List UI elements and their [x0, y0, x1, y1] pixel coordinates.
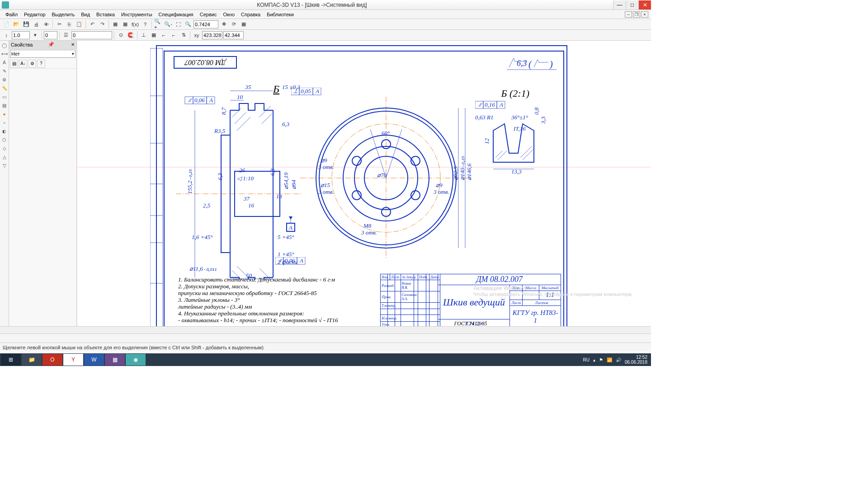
- dropdown-icon[interactable]: ▾: [31, 31, 40, 40]
- mdi-minimize[interactable]: –: [625, 11, 632, 18]
- layer-input[interactable]: [71, 31, 112, 39]
- pin-icon[interactable]: 📌: [48, 42, 54, 47]
- tray-up-icon[interactable]: ▴: [593, 357, 595, 362]
- menu-service[interactable]: Сервис: [197, 11, 220, 18]
- tool2-icon[interactable]: ▦: [121, 20, 130, 29]
- open-icon[interactable]: 📂: [12, 20, 21, 29]
- drawing-canvas[interactable]: ДМ 08.02.007 6,3 ( ) Б Б (2:1): [77, 41, 651, 326]
- fx-icon[interactable]: f(x): [131, 20, 140, 29]
- snap3-icon[interactable]: ⌐: [169, 31, 178, 40]
- coord-y-input[interactable]: [223, 31, 244, 39]
- snap4-icon[interactable]: ⇅: [179, 31, 188, 40]
- step-input[interactable]: [12, 31, 30, 39]
- refresh-icon[interactable]: ⟳: [229, 20, 238, 29]
- prop-btn4[interactable]: ?: [37, 60, 45, 68]
- menu-libs[interactable]: Библиотеки: [264, 11, 297, 18]
- menu-tools[interactable]: Инструменты: [118, 11, 155, 18]
- measure-icon[interactable]: 📏: [0, 84, 9, 93]
- svg-text:⌀15: ⌀15: [321, 182, 330, 188]
- prop-btn2[interactable]: A↓: [19, 60, 27, 68]
- tray-flag-icon[interactable]: ⚑: [599, 357, 603, 362]
- minimize-button[interactable]: —: [613, 0, 626, 9]
- help-icon[interactable]: ?: [141, 20, 150, 29]
- menu-help[interactable]: Справка: [238, 11, 263, 18]
- coord-x-input[interactable]: [202, 31, 222, 39]
- toolbar-current-state: ↕ ▾ ☰ ⊙ 🧲 ⊥ ▦ ⌐ ⌐ ⇅ xy: [0, 30, 651, 41]
- paste-icon[interactable]: 📋: [75, 20, 84, 29]
- tray-net-icon[interactable]: 📶: [607, 357, 612, 362]
- step-icon[interactable]: ↕: [2, 31, 11, 40]
- more5-icon[interactable]: ◇: [0, 145, 9, 153]
- more4-icon[interactable]: ⬡: [0, 136, 9, 144]
- style-input[interactable]: [44, 31, 57, 39]
- snap-icon[interactable]: ⊙: [116, 31, 125, 40]
- zoom-input[interactable]: [193, 20, 218, 28]
- yandex-icon[interactable]: Y: [63, 354, 83, 366]
- tray-lang[interactable]: RU: [583, 357, 589, 362]
- copy-icon[interactable]: ⎘: [65, 20, 74, 29]
- menu-file[interactable]: Файл: [3, 11, 20, 18]
- zoom-out-icon[interactable]: 🔍-: [164, 20, 173, 29]
- zoom-in-icon[interactable]: 🔍+: [154, 20, 163, 29]
- properties-close-icon[interactable]: ✕: [71, 42, 75, 47]
- drawing-number-rotated: ДМ 08.02.007: [184, 58, 226, 66]
- more7-icon[interactable]: ▽: [0, 162, 9, 170]
- menu-insert[interactable]: Вставка: [94, 11, 118, 18]
- new-icon[interactable]: 📄: [2, 20, 11, 29]
- preview-icon[interactable]: 👁: [42, 20, 51, 29]
- svg-text:⌀9: ⌀9: [321, 157, 327, 164]
- window-title: КОМПАС-3D V13 - [Шкив ->Системный вид]: [11, 2, 613, 8]
- grid-icon[interactable]: ▦: [239, 20, 248, 29]
- more1-icon[interactable]: ●: [0, 110, 9, 118]
- save-icon[interactable]: 💾: [22, 20, 31, 29]
- horizontal-scrollbar[interactable]: [0, 326, 651, 333]
- coord-icon[interactable]: xy: [192, 31, 201, 40]
- prop-btn1[interactable]: ▤: [10, 60, 18, 68]
- mdi-close[interactable]: ×: [641, 11, 648, 18]
- tool-icon[interactable]: ▦: [111, 20, 120, 29]
- zoom-fit-icon[interactable]: ⛶: [174, 20, 183, 29]
- tray-clock[interactable]: 12:52 06.06.2018: [625, 355, 647, 365]
- more2-icon[interactable]: ○: [0, 119, 9, 127]
- menu-window[interactable]: Окно: [220, 11, 237, 18]
- tray-vol-icon[interactable]: 🔊: [616, 357, 621, 362]
- kompas-icon[interactable]: ◉: [126, 354, 146, 366]
- spec-icon[interactable]: ▤: [0, 102, 9, 110]
- menu-select[interactable]: Выделить: [49, 11, 77, 18]
- opera-icon[interactable]: O: [42, 354, 62, 366]
- layer-icon[interactable]: ☰: [61, 31, 71, 40]
- select-icon[interactable]: ▭: [0, 93, 9, 101]
- more3-icon[interactable]: ◐: [0, 127, 9, 136]
- winrar-icon[interactable]: ▦: [105, 354, 125, 366]
- edit-icon[interactable]: ✎: [0, 67, 9, 75]
- maximize-button[interactable]: □: [626, 0, 638, 9]
- word-icon[interactable]: W: [84, 354, 104, 366]
- start-button[interactable]: ⊞: [1, 354, 21, 366]
- properties-filter-combo[interactable]: Нет: [10, 50, 75, 58]
- cut-icon[interactable]: ✂: [55, 20, 64, 29]
- svg-text:(: (: [528, 59, 532, 70]
- undo-icon[interactable]: ↶: [88, 20, 97, 29]
- close-button[interactable]: ✕: [638, 0, 651, 9]
- param-icon[interactable]: ⚙: [0, 76, 9, 84]
- explorer-icon[interactable]: 📁: [22, 354, 42, 366]
- svg-text:0,16: 0,16: [485, 101, 495, 108]
- zoom-window-icon[interactable]: 🔍: [184, 20, 193, 29]
- menu-view[interactable]: Вид: [78, 11, 93, 18]
- text-icon[interactable]: A: [0, 59, 9, 67]
- pan-icon[interactable]: ✥: [219, 20, 228, 29]
- snap2-icon[interactable]: ⌐: [159, 31, 168, 40]
- prop-btn3[interactable]: ⚙: [28, 60, 36, 68]
- svg-text:10: 10: [237, 94, 243, 100]
- menu-spec[interactable]: Спецификация: [156, 11, 196, 18]
- grid2-icon[interactable]: ▦: [149, 31, 158, 40]
- magnet-icon[interactable]: 🧲: [126, 31, 135, 40]
- more6-icon[interactable]: △: [0, 153, 9, 161]
- menu-edit[interactable]: Редактор: [21, 11, 48, 18]
- ortho-icon[interactable]: ⊥: [139, 31, 148, 40]
- mdi-restore[interactable]: ❐: [633, 11, 640, 18]
- print-icon[interactable]: 🖨: [32, 20, 41, 29]
- geom-icon[interactable]: ◯: [0, 42, 9, 50]
- dim-icon[interactable]: ⟷: [0, 50, 9, 58]
- redo-icon[interactable]: ↷: [98, 20, 107, 29]
